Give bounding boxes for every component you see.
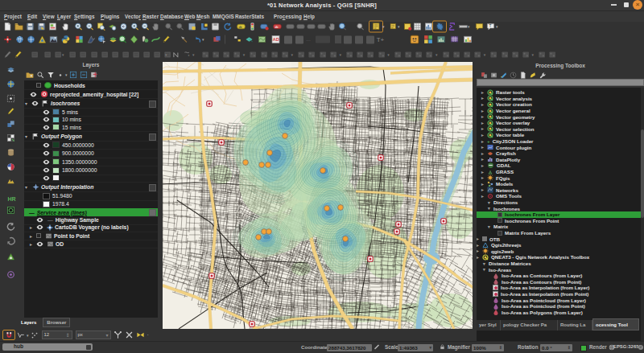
svg-text:AD: AD xyxy=(272,37,279,42)
svg-text:T: T xyxy=(489,24,491,28)
svg-text:db: db xyxy=(238,25,242,28)
svg-text:*: * xyxy=(188,55,189,59)
svg-text:db: db xyxy=(275,25,278,28)
